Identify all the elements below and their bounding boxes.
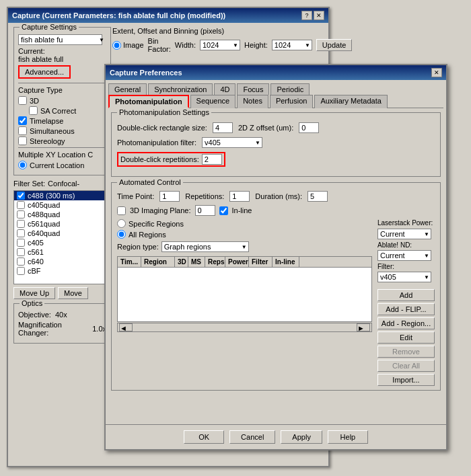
cb-timelapse[interactable] xyxy=(18,116,27,125)
region-type-select-wrapper[interactable]: Graph regions xyxy=(161,241,249,252)
image-radio[interactable] xyxy=(112,41,121,50)
col-power: Power xyxy=(225,257,249,267)
filter-cb-0[interactable] xyxy=(17,192,25,200)
filter-item-7[interactable]: c640 xyxy=(14,257,110,266)
photo-filter-select[interactable]: v405 xyxy=(202,137,262,148)
cb-stereology[interactable] xyxy=(18,136,27,145)
width-select[interactable]: 1024 xyxy=(200,40,240,50)
specific-regions-row: Specific Regions xyxy=(117,219,372,228)
filter-item-8[interactable]: cBF xyxy=(14,266,110,276)
repetitions-input[interactable] xyxy=(229,191,250,202)
tab-general[interactable]: General xyxy=(108,83,147,95)
cb-3d[interactable] xyxy=(18,96,27,105)
ablate-nd-select-wrapper[interactable]: Current xyxy=(377,250,431,261)
filter-item-2[interactable]: c488quad xyxy=(14,210,110,219)
imaging-plane-cb[interactable] xyxy=(117,206,126,215)
region-type-select[interactable]: Graph regions xyxy=(161,241,249,252)
tab-sequence[interactable]: Sequence xyxy=(190,95,236,108)
cb-simultaneous[interactable] xyxy=(18,126,27,135)
tab-auxiliary[interactable]: Auxiliary Metadata xyxy=(314,95,388,108)
rep-row: Double-click repetitions: xyxy=(117,152,435,167)
add-region-button[interactable]: Add - Region... xyxy=(377,317,435,329)
photo-filter-select-wrapper[interactable]: v405 xyxy=(202,137,262,148)
image-radio-label[interactable]: Image xyxy=(112,41,144,50)
filter-item-3[interactable]: c561quad xyxy=(14,219,110,229)
clear-all-button[interactable]: Clear All xyxy=(377,360,435,372)
filter-item-5[interactable]: c405 xyxy=(14,238,110,247)
time-point-input[interactable] xyxy=(159,191,180,202)
tab-perfusion[interactable]: Perfusion xyxy=(270,95,313,108)
width-label: Width: xyxy=(175,41,196,49)
filter-item-0[interactable]: c488 (300 ms) xyxy=(14,191,110,200)
laserstack-select[interactable]: Current xyxy=(377,229,431,239)
laserstack-select-wrapper[interactable]: Current xyxy=(377,229,431,239)
all-regions-radio[interactable] xyxy=(117,230,126,239)
filter-cb-4[interactable] xyxy=(17,229,25,237)
col-inline: In-line xyxy=(273,257,299,267)
filter-list[interactable]: c488 (300 ms) c405quad c488quad c561quad… xyxy=(13,190,111,284)
remove-button[interactable]: Remove xyxy=(377,346,435,358)
auto-filter-select[interactable]: v405 xyxy=(377,272,431,282)
update-button[interactable]: Update xyxy=(316,39,352,51)
main-split-area: Specific Regions All Regions Region type… xyxy=(117,219,435,386)
auto-filter-select-wrapper[interactable]: v405 xyxy=(377,272,431,282)
height-select-wrapper[interactable]: 1024 xyxy=(272,40,312,50)
duration-input[interactable] xyxy=(307,191,328,202)
current-label: Current: xyxy=(18,47,106,55)
move-up-button[interactable]: Move Up xyxy=(13,287,55,299)
apply-button[interactable]: Apply xyxy=(281,430,322,444)
filter-cb-1[interactable] xyxy=(17,201,25,209)
filter-cb-7[interactable] xyxy=(17,257,25,266)
filter-cb-6[interactable] xyxy=(17,248,25,256)
specific-radio[interactable] xyxy=(117,219,126,228)
cancel-button[interactable]: Cancel xyxy=(229,430,275,444)
filter-cb-2[interactable] xyxy=(17,210,25,219)
ok-button[interactable]: OK xyxy=(184,430,224,444)
tab-periodic[interactable]: Periodic xyxy=(270,83,310,95)
help-button[interactable]: ? xyxy=(301,11,312,20)
current-location-radio[interactable] xyxy=(18,161,27,169)
add-button[interactable]: Add xyxy=(377,289,435,301)
close-button[interactable]: ✕ xyxy=(314,11,324,20)
rect-size-row: Double-click rectangle size: 2D Z offset… xyxy=(117,122,435,133)
filter-item-4[interactable]: c640quad xyxy=(14,229,110,238)
tab-focus[interactable]: Focus xyxy=(237,83,269,95)
mag-row: Magnification Changer: 1.0x xyxy=(18,321,106,337)
tab-synchronization[interactable]: Synchronization xyxy=(148,83,213,95)
help-dialog-button[interactable]: Help xyxy=(328,430,368,444)
time-point-label: Time Point: xyxy=(117,192,154,200)
import-button[interactable]: Import... xyxy=(377,374,435,386)
tab-photomanipulation[interactable]: Photomanipulation xyxy=(108,95,189,108)
filter-cb-8[interactable] xyxy=(17,267,25,275)
h-scrollbar[interactable]: ◄ ► xyxy=(117,323,372,332)
filter-cb-3[interactable] xyxy=(17,220,25,228)
ablate-nd-select[interactable]: Current xyxy=(377,250,431,261)
optics-title: Optics xyxy=(20,299,44,307)
tab-4d[interactable]: 4D xyxy=(214,83,236,95)
height-select[interactable]: 1024 xyxy=(272,40,312,50)
cb-sa-correct[interactable] xyxy=(29,106,38,115)
imaging-plane-input[interactable] xyxy=(195,205,215,216)
scroll-left-btn[interactable]: ◄ xyxy=(119,323,133,331)
rect-size-input[interactable] xyxy=(213,122,233,133)
z-offset-input[interactable] xyxy=(299,122,319,133)
photo-settings-title: Photomanipulation Settings xyxy=(117,108,211,116)
preset-select[interactable]: fish ablate fu xyxy=(18,34,102,45)
tabs-area: General Synchronization 4D Focus Periodi… xyxy=(106,80,446,108)
filter-item-6[interactable]: c561 xyxy=(14,247,110,257)
add-flip-button[interactable]: Add - FLIP... xyxy=(377,303,435,315)
pref-close-button[interactable]: ✕ xyxy=(431,68,442,77)
inline-cb[interactable] xyxy=(219,206,228,215)
edit-button[interactable]: Edit xyxy=(377,331,435,344)
filter-set-value: Confocal- xyxy=(48,180,79,188)
advanced-button[interactable]: Advanced... xyxy=(18,65,71,79)
width-select-wrapper[interactable]: 1024 xyxy=(200,40,240,50)
rep-input[interactable] xyxy=(202,154,222,165)
move-button[interactable]: Move xyxy=(58,287,88,299)
preset-select-wrapper[interactable]: fish ablate fu xyxy=(18,34,106,45)
filter-item-1[interactable]: c405quad xyxy=(14,200,110,210)
scroll-right-btn[interactable]: ► xyxy=(357,323,370,331)
tab-notes[interactable]: Notes xyxy=(237,95,268,108)
multiple-xy-section: Multiple XY Location C Current Location xyxy=(18,147,106,169)
filter-cb-5[interactable] xyxy=(17,239,25,247)
